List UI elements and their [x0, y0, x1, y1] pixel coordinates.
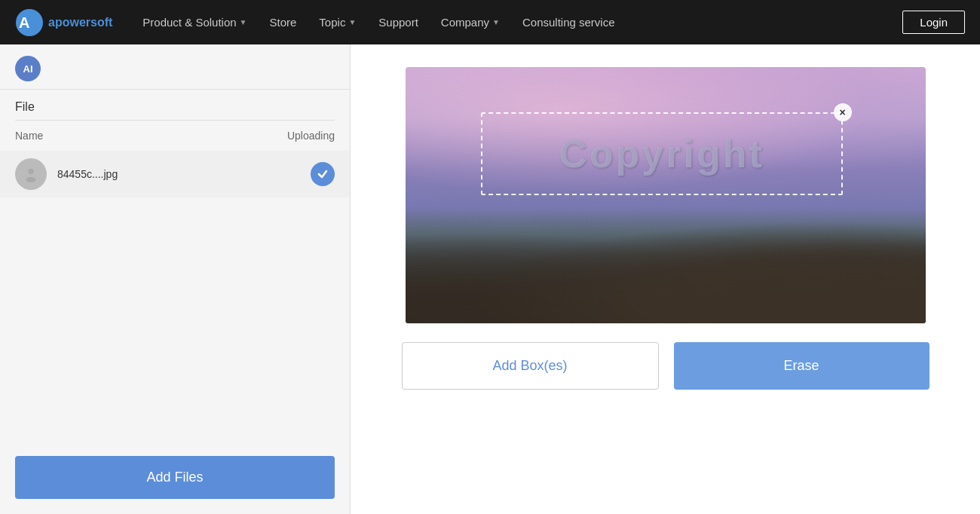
chevron-down-icon: ▼ [492, 18, 500, 26]
file-list-item[interactable]: 84455c....jpg [0, 151, 350, 197]
watermark-text: Copyright [559, 131, 764, 176]
close-selection-button[interactable]: × [834, 103, 852, 121]
left-panel: AI File Name Uploading 84455c....jpg [0, 44, 351, 514]
ai-header: AI [0, 44, 350, 90]
chevron-down-icon: ▼ [240, 18, 247, 26]
col-uploading: Uploading [287, 130, 335, 142]
navbar: A apowersoft Product & Solution ▼ Store … [0, 0, 980, 44]
logo-text: apowersoft [48, 16, 112, 29]
file-name: 84455c....jpg [57, 168, 300, 180]
erase-button[interactable]: Erase [674, 342, 929, 390]
svg-text:A: A [19, 14, 29, 31]
file-section-label: File [0, 90, 350, 120]
person-icon [23, 166, 39, 182]
nav-topic[interactable]: Topic ▼ [319, 16, 356, 29]
login-button[interactable]: Login [902, 11, 965, 34]
svg-point-2 [28, 169, 33, 174]
col-name: Name [15, 130, 43, 142]
action-buttons: Add Box(es) Erase [402, 342, 929, 390]
add-files-button[interactable]: Add Files [15, 456, 335, 499]
add-box-button[interactable]: Add Box(es) [402, 342, 659, 390]
nav-company[interactable]: Company ▼ [441, 16, 500, 29]
file-thumbnail [15, 158, 47, 190]
svg-point-3 [26, 177, 36, 182]
right-panel: × Copyright Add Box(es) Erase [351, 44, 980, 514]
file-table-header: Name Uploading [0, 121, 350, 148]
image-preview: × Copyright [406, 67, 926, 323]
nav-product-solution[interactable]: Product & Solution ▼ [142, 16, 247, 29]
chevron-down-icon: ▼ [348, 18, 356, 26]
selection-box[interactable]: × Copyright [481, 112, 843, 195]
nav-support[interactable]: Support [378, 16, 418, 29]
nav-consulting[interactable]: Consulting service [522, 16, 615, 29]
upload-check-icon [311, 162, 335, 186]
logo[interactable]: A apowersoft [15, 8, 112, 37]
image-background: × Copyright [406, 67, 926, 323]
ai-badge: AI [15, 56, 41, 81]
main-layout: AI File Name Uploading 84455c....jpg [0, 44, 980, 514]
nav-store[interactable]: Store [270, 16, 297, 29]
